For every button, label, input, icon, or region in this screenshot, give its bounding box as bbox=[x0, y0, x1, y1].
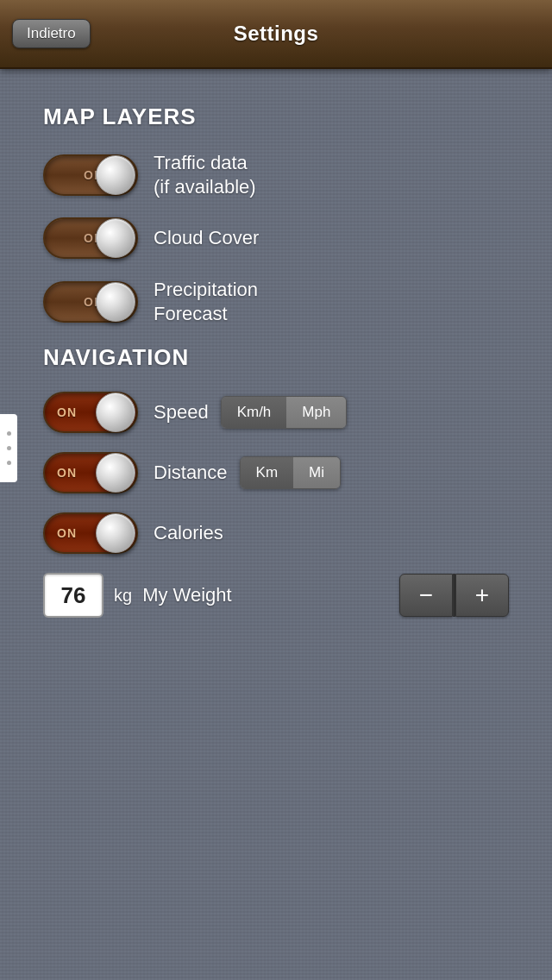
traffic-toggle[interactable]: OFF bbox=[43, 154, 138, 196]
weight-controls: − + bbox=[399, 574, 509, 617]
traffic-toggle-knob bbox=[96, 155, 135, 195]
map-layers-title: MAP LAYERS bbox=[43, 104, 509, 130]
calories-toggle-state: ON bbox=[57, 526, 77, 540]
precipitation-label: PrecipitationForecast bbox=[154, 278, 258, 325]
header: Indietro Settings bbox=[0, 0, 552, 69]
precipitation-toggle-row: OFF PrecipitationForecast bbox=[43, 278, 509, 325]
weight-unit: kg bbox=[114, 586, 132, 606]
distance-unit-selector: Km Mi bbox=[240, 456, 341, 489]
calories-label: Calories bbox=[154, 521, 223, 545]
navigation-title: NAVIGATION bbox=[43, 344, 509, 371]
traffic-label: Traffic data(if available) bbox=[154, 151, 256, 198]
distance-row: ON Distance Km Mi bbox=[43, 452, 509, 493]
weight-plus-button[interactable]: + bbox=[455, 574, 509, 617]
speed-toggle-knob bbox=[96, 393, 135, 432]
side-dot-1 bbox=[7, 431, 11, 436]
cloud-cover-toggle-row: OFF Cloud Cover bbox=[43, 217, 509, 259]
calories-toggle[interactable]: ON bbox=[43, 512, 138, 554]
speed-mph-button[interactable]: Mph bbox=[286, 397, 346, 428]
cloud-cover-toggle[interactable]: OFF bbox=[43, 217, 138, 259]
precipitation-toggle-knob bbox=[96, 282, 135, 322]
side-dot-3 bbox=[7, 461, 11, 465]
side-dot-2 bbox=[7, 446, 11, 450]
calories-row: ON Calories bbox=[43, 512, 509, 554]
weight-label: My Weight bbox=[142, 584, 232, 606]
cloud-cover-toggle-knob bbox=[96, 218, 135, 258]
weight-minus-button[interactable]: − bbox=[399, 574, 453, 617]
side-panel bbox=[0, 414, 17, 482]
precipitation-toggle[interactable]: OFF bbox=[43, 281, 138, 323]
distance-mi-button[interactable]: Mi bbox=[293, 457, 340, 488]
speed-toggle[interactable]: ON bbox=[43, 392, 138, 433]
calories-toggle-knob bbox=[96, 513, 135, 553]
traffic-toggle-row: OFF Traffic data(if available) bbox=[43, 151, 509, 198]
distance-toggle-knob bbox=[96, 453, 135, 493]
back-button[interactable]: Indietro bbox=[12, 19, 91, 48]
speed-row: ON Speed Km/h Mph bbox=[43, 392, 509, 433]
distance-km-button[interactable]: Km bbox=[241, 457, 294, 488]
speed-label: Speed bbox=[154, 400, 209, 424]
speed-toggle-state: ON bbox=[57, 405, 77, 419]
distance-toggle[interactable]: ON bbox=[43, 452, 138, 493]
weight-row: 76 kg My Weight − + bbox=[43, 573, 509, 618]
header-title: Settings bbox=[234, 22, 319, 46]
speed-kmh-button[interactable]: Km/h bbox=[222, 397, 287, 428]
distance-toggle-state: ON bbox=[57, 466, 77, 480]
speed-unit-selector: Km/h Mph bbox=[221, 396, 348, 429]
cloud-cover-label: Cloud Cover bbox=[154, 226, 259, 250]
weight-value: 76 bbox=[43, 573, 104, 618]
distance-label: Distance bbox=[154, 461, 228, 485]
content: MAP LAYERS OFF Traffic data(if available… bbox=[0, 69, 552, 644]
